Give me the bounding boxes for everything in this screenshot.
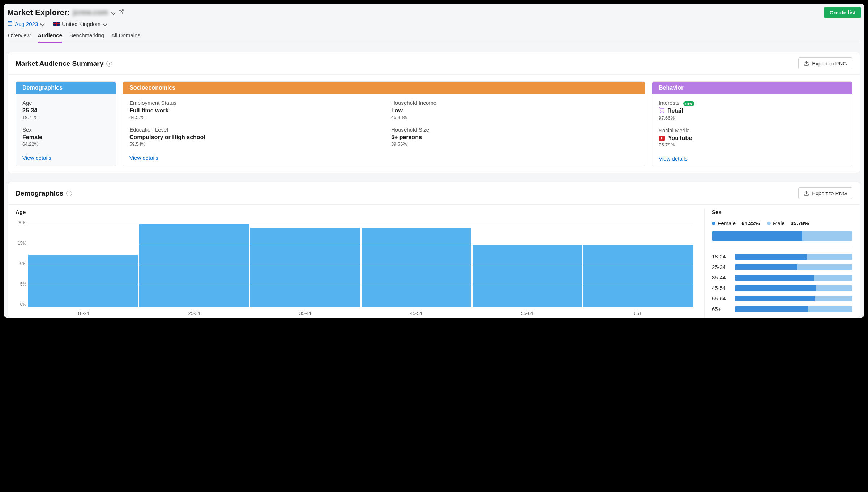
sex-by-age-row: 65+ <box>712 306 852 312</box>
export-label: Export to PNG <box>812 60 847 67</box>
age-row-bar <box>735 254 852 260</box>
age-bar-chart: 20%15%10%5%0% 18-2425-3435-4445-5455-646… <box>28 220 693 318</box>
sex-by-age-row: 25-34 <box>712 264 852 270</box>
calendar-icon <box>7 21 13 27</box>
tab-all-domains[interactable]: All Domains <box>111 32 140 43</box>
stat-label: Sex <box>22 127 109 133</box>
svg-point-6 <box>660 112 661 112</box>
age-row-bar <box>735 285 852 291</box>
stat-pct: 44.52% <box>129 115 377 120</box>
stat-pct: 97.66% <box>659 115 846 121</box>
chevron-down-icon[interactable] <box>111 10 115 15</box>
age-row-label: 55-64 <box>712 295 730 301</box>
date-filter[interactable]: Aug 2023 <box>7 21 44 27</box>
page-title: Market Explorer: <box>7 8 70 17</box>
x-label: 18-24 <box>28 308 139 318</box>
info-icon[interactable]: i <box>106 61 112 67</box>
view-details-link[interactable]: View details <box>22 155 109 161</box>
age-row-label: 18-24 <box>712 253 730 260</box>
tab-overview[interactable]: Overview <box>8 32 31 43</box>
view-details-link[interactable]: View details <box>659 155 846 162</box>
chevron-down-icon <box>103 22 107 26</box>
stat-label: Household Income <box>391 100 638 106</box>
x-label: 65+ <box>582 308 693 318</box>
tab-audience[interactable]: Audience <box>38 32 63 43</box>
stat-pct: 19.71% <box>22 115 109 120</box>
summary-title: Market Audience Summary <box>16 60 103 68</box>
stat-value: Compulsory or High school <box>129 134 377 141</box>
domain-name: jcrew.com <box>73 8 108 17</box>
age-row-label: 25-34 <box>712 264 730 270</box>
sex-overall-seg <box>802 231 852 241</box>
stat-label: Employment Status <box>129 100 377 106</box>
age-row-bar <box>735 275 852 281</box>
x-label: 35-44 <box>250 308 361 318</box>
age-bar-45-54 <box>362 228 471 307</box>
svg-point-7 <box>663 112 664 112</box>
youtube-icon <box>659 136 665 141</box>
stat-label: Education Level <box>129 127 377 133</box>
age-bar-55-64 <box>473 245 582 307</box>
stat-label: Social Media <box>659 127 846 133</box>
card-behavior: Behavior Interests new Retail 97.66% Soc… <box>652 81 852 166</box>
sex-by-age-row: 18-24 <box>712 253 852 260</box>
sex-by-age-row: 45-54 <box>712 285 852 291</box>
dot-icon <box>712 222 715 225</box>
x-label: 25-34 <box>139 308 250 318</box>
x-label: 55-64 <box>471 308 582 318</box>
age-row-label: 65+ <box>712 306 730 312</box>
legend-female: Female 64.22% <box>712 220 760 226</box>
card-header-demographics: Demographics <box>16 82 116 94</box>
card-header-behavior: Behavior <box>652 82 852 94</box>
summary-panel: Market Audience Summary i Export to PNG … <box>8 52 860 173</box>
svg-rect-1 <box>8 22 12 26</box>
date-label: Aug 2023 <box>15 21 38 27</box>
legend-male: Male 35.78% <box>767 220 809 226</box>
tab-benchmarking[interactable]: Benchmarking <box>69 32 104 43</box>
sex-by-age-row: 35-44 <box>712 274 852 281</box>
x-label: 45-54 <box>360 308 471 318</box>
dot-icon <box>767 222 771 225</box>
export-demographics-button[interactable]: Export to PNG <box>798 187 852 199</box>
stat-label: Interests new <box>659 100 846 106</box>
external-link-icon[interactable] <box>118 9 124 16</box>
svg-line-0 <box>120 10 123 12</box>
age-row-label: 45-54 <box>712 285 730 291</box>
sex-overall-bar <box>712 231 852 241</box>
sex-overall-seg <box>712 231 802 241</box>
stat-value: Full-time work <box>129 107 377 114</box>
flag-uk-icon <box>53 22 60 26</box>
card-socioeconomics: Socioeconomics Employment Status Full-ti… <box>123 81 645 166</box>
export-summary-button[interactable]: Export to PNG <box>798 57 852 69</box>
stat-value: Low <box>391 107 638 114</box>
view-details-link[interactable]: View details <box>129 155 638 161</box>
stat-value: Retail <box>667 108 683 114</box>
new-badge: new <box>683 101 694 106</box>
sex-by-age-row: 55-64 <box>712 295 852 301</box>
card-header-socio: Socioeconomics <box>123 82 645 94</box>
chevron-down-icon <box>40 22 44 26</box>
stat-label: Household Size <box>391 127 638 133</box>
card-demographics: Demographics Age 25-34 19.71% Sex Female… <box>16 81 116 166</box>
age-row-bar <box>735 264 852 270</box>
export-label: Export to PNG <box>812 190 847 196</box>
age-subtitle: Age <box>16 209 693 215</box>
age-bar-18-24 <box>28 255 138 307</box>
info-icon[interactable]: i <box>66 191 72 196</box>
tab-bar: OverviewAudienceBenchmarkingAll Domains <box>7 32 861 43</box>
stat-pct: 39.56% <box>391 141 638 147</box>
age-bar-65+ <box>583 245 693 307</box>
demographics-title: Demographics <box>16 189 63 197</box>
age-row-bar <box>735 306 852 312</box>
sex-subtitle: Sex <box>712 209 852 215</box>
stat-pct: 46.83% <box>391 115 638 120</box>
divider <box>712 248 852 248</box>
age-row-bar <box>735 296 852 301</box>
location-filter[interactable]: United Kingdom <box>53 21 107 27</box>
stat-value: 25-34 <box>22 107 109 114</box>
stat-pct: 64.22% <box>22 141 109 147</box>
stat-label: Age <box>22 100 109 106</box>
age-bar-35-44 <box>250 228 360 307</box>
cart-icon <box>659 107 664 115</box>
create-list-button[interactable]: Create list <box>824 7 861 18</box>
